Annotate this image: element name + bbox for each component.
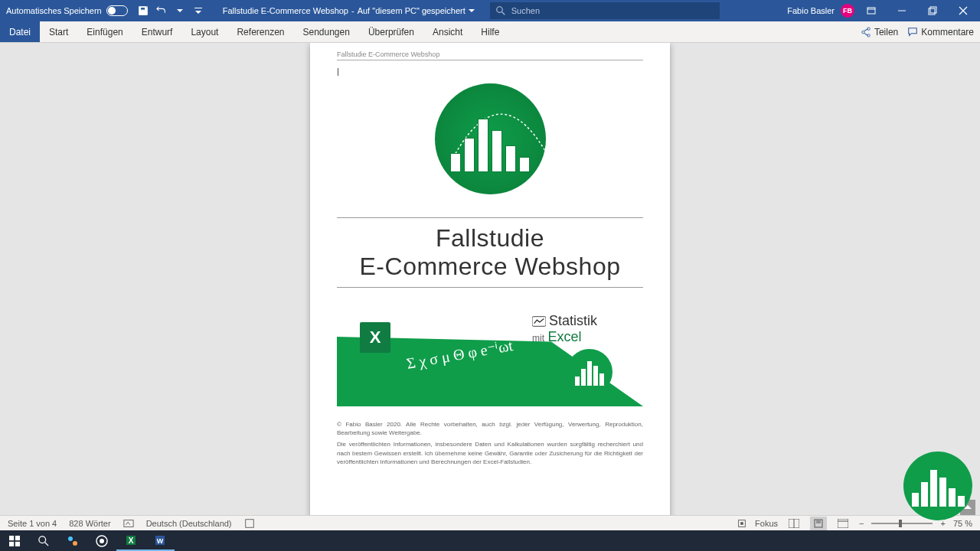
chart-line-icon <box>532 316 546 327</box>
spellcheck-icon[interactable] <box>123 518 134 529</box>
title-bar: Automatisches Speichern Fallstudie E-Com… <box>0 0 980 21</box>
read-mode-button[interactable] <box>786 517 802 530</box>
svg-rect-29 <box>15 541 20 546</box>
svg-rect-16 <box>245 519 253 527</box>
user-avatar[interactable]: FB <box>841 4 854 18</box>
svg-rect-27 <box>15 536 20 540</box>
focus-icon[interactable] <box>737 518 747 529</box>
taskbar-app-1[interactable] <box>58 530 87 551</box>
floating-logo-overlay <box>903 452 972 520</box>
title-line-1: Fallstudie <box>337 224 643 253</box>
svg-line-3 <box>501 12 505 15</box>
tab-sendungen[interactable]: Sendungen <box>294 21 359 42</box>
undo-button[interactable] <box>152 0 171 21</box>
comments-button[interactable]: Kommentare <box>907 27 974 37</box>
copyright-text: © Fabio Basler 2020. Alle Rechte vorbeha… <box>337 420 643 466</box>
search-icon <box>496 6 505 15</box>
web-layout-button[interactable] <box>835 517 851 530</box>
share-icon <box>861 27 871 37</box>
doc-name: Fallstudie E-Commerce Webshop <box>223 6 348 15</box>
svg-rect-18 <box>740 522 743 525</box>
search-taskbar-button[interactable] <box>29 530 58 551</box>
main-logo <box>435 83 546 194</box>
user-name[interactable]: Fabio Basler <box>787 6 835 15</box>
tab-ueberpruefen[interactable]: Überprüfen <box>359 21 423 42</box>
ribbon-tabs: Datei Start Einfügen Entwurf Layout Refe… <box>0 21 980 43</box>
doc-separator: - <box>351 6 354 15</box>
search-placeholder: Suchen <box>511 6 540 15</box>
tab-hilfe[interactable]: Hilfe <box>472 21 508 42</box>
svg-rect-28 <box>9 541 14 546</box>
mini-logo <box>567 349 612 395</box>
language[interactable]: Deutsch (Deutschland) <box>146 519 232 528</box>
start-button[interactable] <box>0 530 29 551</box>
undo-dropdown[interactable] <box>171 0 189 21</box>
focus-label[interactable]: Fokus <box>755 519 778 528</box>
excel-icon: X <box>360 322 390 353</box>
qat-customize[interactable] <box>189 0 207 21</box>
autosave-toggle[interactable]: Automatisches Speichern <box>0 5 134 16</box>
divider <box>337 287 643 288</box>
banner-text: Statistik mit Excel <box>532 313 597 345</box>
svg-rect-7 <box>929 8 935 15</box>
zoom-slider[interactable] <box>871 523 933 524</box>
svg-point-33 <box>73 541 77 546</box>
print-layout-button[interactable] <box>810 517 827 530</box>
tab-einfuegen[interactable]: Einfügen <box>77 21 132 42</box>
document-canvas[interactable]: Fallstudie E-Commerce Webshop | Fallstud… <box>0 43 980 530</box>
svg-rect-8 <box>930 7 936 13</box>
taskbar-word[interactable]: W <box>145 530 175 551</box>
svg-rect-26 <box>9 536 14 540</box>
taskbar-obs[interactable] <box>87 530 116 551</box>
zoom-level[interactable]: 75 % <box>953 519 972 528</box>
macro-icon[interactable] <box>244 518 255 529</box>
tab-datei[interactable]: Datei <box>0 21 40 42</box>
chevron-down-icon <box>469 8 475 14</box>
title-line-2: E-Commerce Webshop <box>337 253 643 281</box>
banner-image: X Σ χ σ μ Θ φ e⁻ⁱωt Statistik mit Excel <box>337 307 643 406</box>
copyright-p2: Die veröffentlichten Informationen, insb… <box>337 440 643 466</box>
status-bar: Seite 1 von 4 828 Wörter Deutsch (Deutsc… <box>0 515 980 530</box>
save-button[interactable] <box>134 0 152 21</box>
svg-point-2 <box>497 7 503 13</box>
minimize-button[interactable] <box>888 0 916 21</box>
page-info[interactable]: Seite 1 von 4 <box>8 519 57 528</box>
tab-ansicht[interactable]: Ansicht <box>423 21 472 42</box>
svg-rect-24 <box>838 519 848 528</box>
svg-rect-1 <box>140 8 145 11</box>
svg-point-35 <box>100 539 104 543</box>
document-title[interactable]: Fallstudie E-Commerce Webshop - Auf "die… <box>223 6 475 15</box>
taskbar-excel[interactable]: X <box>116 530 145 551</box>
bar-chart-icon <box>450 119 530 172</box>
close-button[interactable] <box>949 0 977 21</box>
text-cursor: | <box>337 67 643 76</box>
tab-referenzen[interactable]: Referenzen <box>227 21 293 42</box>
svg-point-12 <box>862 31 865 34</box>
toggle-switch[interactable] <box>106 5 128 16</box>
comment-icon <box>907 27 918 37</box>
svg-text:W: W <box>157 537 164 545</box>
ribbon-display-button[interactable] <box>858 0 885 21</box>
page[interactable]: Fallstudie E-Commerce Webshop | Fallstud… <box>310 43 670 530</box>
search-input[interactable]: Suchen <box>490 2 720 19</box>
zoom-out[interactable]: − <box>859 519 864 528</box>
svg-point-30 <box>39 536 46 543</box>
svg-rect-4 <box>867 8 875 14</box>
tab-entwurf[interactable]: Entwurf <box>132 21 182 42</box>
document-main-title: Fallstudie E-Commerce Webshop <box>337 224 643 281</box>
svg-point-32 <box>68 536 73 541</box>
tab-layout[interactable]: Layout <box>181 21 227 42</box>
windows-taskbar: X W <box>0 530 980 551</box>
share-button[interactable]: Teilen <box>861 27 898 37</box>
autosave-label: Automatisches Speichern <box>6 6 102 15</box>
word-count[interactable]: 828 Wörter <box>69 519 110 528</box>
page-header: Fallstudie E-Commerce Webshop <box>337 51 643 60</box>
copyright-p1: © Fabio Basler 2020. Alle Rechte vorbeha… <box>337 420 643 437</box>
svg-text:X: X <box>129 536 134 545</box>
svg-line-31 <box>45 542 48 545</box>
doc-location: Auf "diesem PC" gespeichert <box>358 6 466 15</box>
divider <box>337 217 643 218</box>
tab-start[interactable]: Start <box>40 21 77 42</box>
maximize-button[interactable] <box>919 0 946 21</box>
